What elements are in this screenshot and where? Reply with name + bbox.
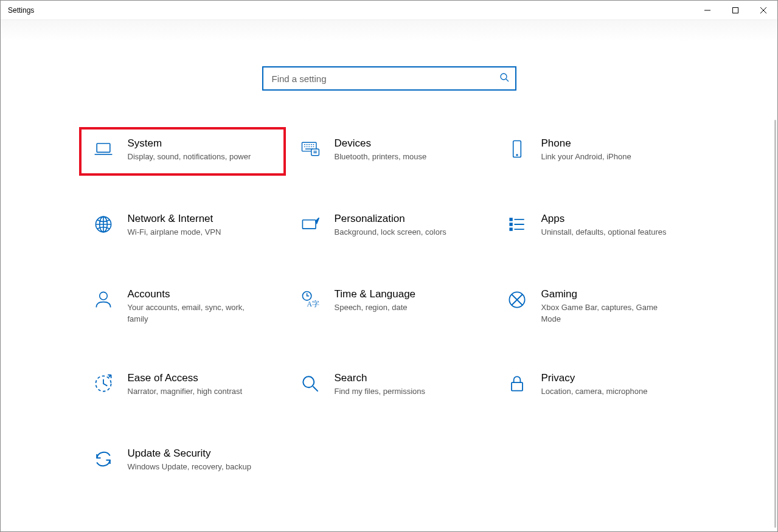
ease-of-access-icon — [92, 373, 114, 395]
svg-rect-19 — [512, 382, 523, 391]
category-title: Ease of Access — [128, 371, 243, 385]
window-title: Settings — [8, 6, 34, 15]
category-title: Gaming — [541, 288, 675, 301]
search-icon — [499, 72, 509, 85]
svg-text:A字: A字 — [307, 300, 319, 308]
category-desc: Link your Android, iPhone — [541, 151, 631, 163]
category-title: Privacy — [541, 371, 648, 385]
close-icon — [760, 7, 766, 13]
category-desc: Xbox Game Bar, captures, Game Mode — [541, 302, 675, 325]
category-title: Update & Security — [128, 447, 252, 460]
category-desc: Location, camera, microphone — [541, 386, 648, 398]
header-band — [1, 20, 777, 41]
category-title: Time & Language — [335, 288, 416, 301]
svg-point-18 — [303, 376, 314, 387]
category-title: System — [128, 137, 251, 150]
category-title: Personalization — [335, 212, 446, 226]
sync-icon — [92, 448, 114, 470]
category-desc: Background, lock screen, colors — [335, 227, 446, 238]
category-desc: Wi-Fi, airplane mode, VPN — [128, 227, 221, 238]
lock-icon — [506, 373, 528, 395]
category-ease-of-access[interactable]: Ease of Access Narrator, magnifier, high… — [79, 362, 286, 410]
person-icon — [92, 289, 114, 311]
svg-rect-4 — [311, 149, 319, 156]
category-system[interactable]: System Display, sound, notifications, po… — [79, 127, 286, 176]
titlebar: Settings — [1, 1, 777, 20]
category-personalization[interactable]: Personalization Background, lock screen,… — [286, 202, 493, 251]
search-container — [1, 41, 777, 127]
category-search[interactable]: Search Find my files, permissions — [286, 362, 493, 410]
maximize-button[interactable] — [721, 1, 749, 19]
xbox-icon — [506, 289, 528, 311]
category-phone[interactable]: Phone Link your Android, iPhone — [493, 127, 700, 176]
svg-rect-2 — [97, 143, 110, 152]
svg-rect-12 — [510, 228, 512, 230]
category-title: Search — [335, 371, 426, 385]
svg-rect-10 — [510, 218, 512, 221]
magnifier-icon — [299, 373, 321, 395]
minimize-button[interactable] — [693, 1, 721, 19]
list-icon — [506, 213, 528, 235]
svg-point-6 — [516, 154, 518, 156]
close-button[interactable] — [749, 1, 777, 19]
category-title: Accounts — [128, 288, 262, 301]
category-desc: Speech, region, date — [335, 302, 416, 314]
category-title: Devices — [335, 137, 427, 150]
category-title: Network & Internet — [128, 212, 221, 226]
minimize-icon — [704, 7, 710, 13]
category-desc: Windows Update, recovery, backup — [128, 461, 252, 473]
svg-rect-0 — [733, 7, 738, 13]
svg-rect-9 — [302, 220, 316, 229]
category-desc: Display, sound, notifications, power — [128, 151, 251, 163]
keyboard-icon — [299, 138, 321, 160]
category-title: Phone — [541, 137, 631, 150]
laptop-icon — [92, 138, 114, 160]
categories-grid: System Display, sound, notifications, po… — [1, 127, 777, 510]
globe-icon — [92, 213, 114, 235]
category-desc: Your accounts, email, sync, work, family — [128, 302, 262, 325]
category-privacy[interactable]: Privacy Location, camera, microphone — [493, 362, 700, 410]
category-title: Apps — [541, 212, 667, 226]
category-desc: Narrator, magnifier, high contrast — [128, 386, 243, 398]
paintbrush-icon — [299, 213, 321, 235]
phone-icon — [506, 138, 528, 160]
category-devices[interactable]: Devices Bluetooth, printers, mouse — [286, 127, 493, 176]
category-update-security[interactable]: Update & Security Windows Update, recove… — [79, 437, 286, 486]
clock-language-icon: A字 — [299, 289, 321, 311]
category-apps[interactable]: Apps Uninstall, defaults, optional featu… — [493, 202, 700, 251]
search-input[interactable] — [271, 73, 499, 85]
category-accounts[interactable]: Accounts Your accounts, email, sync, wor… — [79, 278, 286, 335]
scrollbar[interactable] — [774, 120, 776, 528]
category-network[interactable]: Network & Internet Wi-Fi, airplane mode,… — [79, 202, 286, 251]
category-gaming[interactable]: Gaming Xbox Game Bar, captures, Game Mod… — [493, 278, 700, 335]
svg-point-13 — [99, 292, 107, 300]
category-desc: Bluetooth, printers, mouse — [335, 151, 427, 163]
category-desc: Find my files, permissions — [335, 386, 426, 398]
category-time-language[interactable]: A字 Time & Language Speech, region, date — [286, 278, 493, 335]
search-box[interactable] — [262, 66, 516, 91]
svg-rect-11 — [510, 223, 512, 226]
window-controls — [693, 1, 777, 19]
svg-point-1 — [501, 74, 507, 80]
maximize-icon — [732, 7, 738, 13]
category-desc: Uninstall, defaults, optional features — [541, 227, 667, 238]
